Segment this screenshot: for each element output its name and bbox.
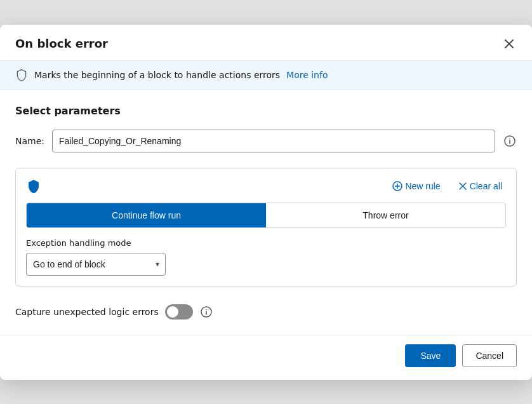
toggle-slider (165, 304, 193, 320)
capture-label: Capture unexpected logic errors (15, 307, 159, 317)
close-button[interactable] (502, 36, 517, 51)
close-icon (504, 39, 514, 49)
on-block-error-dialog: On block error Marks the beginning of a … (0, 25, 532, 380)
capture-info-circle-icon (201, 306, 212, 318)
rule-actions: New rule Clear all (389, 178, 506, 194)
tab-throw-error[interactable]: Throw error (266, 203, 505, 227)
dialog-footer: Save Cancel (0, 335, 532, 380)
info-banner: Marks the beginning of a block to handle… (0, 60, 532, 90)
tab-bar: Continue flow run Throw error (26, 203, 506, 228)
more-info-link[interactable]: More info (286, 70, 328, 80)
shield-blue-icon (26, 178, 41, 194)
name-field-row: Name: (15, 130, 517, 152)
save-button[interactable]: Save (405, 344, 456, 367)
svg-point-4 (509, 138, 510, 139)
capture-row: Capture unexpected logic errors (15, 299, 517, 325)
clear-all-button[interactable]: Clear all (455, 178, 506, 194)
exception-label: Exception handling mode (26, 238, 506, 248)
dialog-header: On block error (0, 25, 532, 60)
exception-mode-section: Exception handling mode Go to end of blo… (26, 238, 506, 276)
name-label: Name: (15, 136, 44, 146)
capture-toggle-label[interactable] (165, 304, 193, 320)
cancel-button[interactable]: Cancel (462, 344, 517, 367)
svg-point-12 (206, 309, 207, 310)
x-icon (458, 182, 467, 191)
section-title: Select parameters (15, 105, 517, 117)
capture-info-button[interactable] (199, 305, 213, 319)
banner-text: Marks the beginning of a block to handle… (34, 70, 280, 80)
plus-circle-icon (392, 181, 402, 191)
shield-icon (15, 69, 28, 81)
name-info-button[interactable] (503, 134, 517, 148)
clear-all-label: Clear all (470, 181, 502, 191)
tab-continue-flow[interactable]: Continue flow run (27, 203, 266, 227)
dialog-body: Select parameters Name: (0, 90, 532, 335)
rule-box-header: New rule Clear all (26, 178, 506, 194)
info-circle-icon (504, 135, 515, 147)
new-rule-label: New rule (405, 181, 440, 191)
dialog-title: On block error (15, 37, 108, 50)
exception-select[interactable]: Go to end of block Go to next iteration … (26, 253, 166, 276)
new-rule-button[interactable]: New rule (389, 178, 444, 194)
name-input[interactable] (52, 130, 495, 152)
rule-box: New rule Clear all Continue flow run Thr… (15, 168, 517, 286)
exception-select-wrapper: Go to end of block Go to next iteration … (26, 253, 166, 276)
